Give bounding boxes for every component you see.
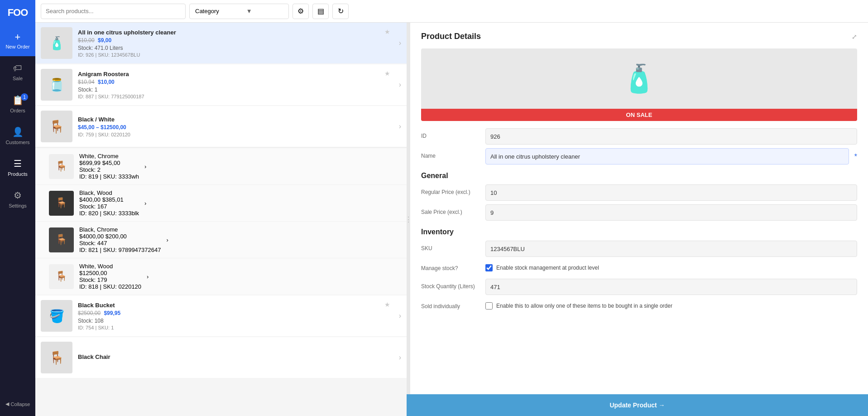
variant-prices: $400,00 $385,01 bbox=[79, 196, 139, 203]
variant-name: Black, Chrome bbox=[79, 226, 161, 233]
id-value: 926 bbox=[485, 128, 857, 145]
favorite-icon[interactable]: ★ bbox=[384, 301, 390, 308]
stock-info: Stock: 167 bbox=[79, 203, 139, 210]
product-meta: ID: 887 | SKU: 779125000187 bbox=[78, 94, 393, 99]
filter-button[interactable]: ⚙ bbox=[293, 4, 309, 19]
regular-price: $699,99 bbox=[79, 160, 101, 166]
sidebar-item-settings[interactable]: ⚙ Settings bbox=[0, 183, 35, 215]
stock-qty-value[interactable]: 471 bbox=[485, 279, 857, 295]
stock-info: Stock: 1 bbox=[78, 87, 393, 93]
regular-price: $2500,00 bbox=[78, 310, 101, 316]
variant-item-white-chrome[interactable]: 🪑 White, Chrome $699,99 $45,00 Stock: 2 … bbox=[35, 148, 407, 184]
product-detail-panel: Product Details ⤢ 🧴 ON SALE ID 926 Name … bbox=[410, 23, 868, 416]
field-row-manage-stock: Manage stock? Enable stock management at… bbox=[421, 261, 857, 275]
filter-icon: ⚙ bbox=[297, 7, 304, 15]
price-range: $45,00 – $12500,00 bbox=[78, 124, 126, 131]
product-info: All in one citrus upholstery cleaner $10… bbox=[78, 29, 393, 58]
variant-item-white-wood[interactable]: 🪑 White, Wood $12500,00 Stock: 179 ID: 8… bbox=[35, 258, 407, 295]
name-value[interactable]: All in one citrus upholstery cleaner bbox=[485, 148, 849, 164]
product-prices: $10,00 $9,00 bbox=[78, 37, 393, 44]
product-name: All in one citrus upholstery cleaner bbox=[78, 29, 393, 36]
new-order-button[interactable]: + New Order bbox=[0, 25, 35, 56]
barcode-button[interactable]: ▤ bbox=[312, 4, 329, 19]
stock-info: Stock: 179 bbox=[79, 276, 141, 283]
product-item-black-chair[interactable]: 🪑 Black Chair › bbox=[35, 337, 407, 378]
sale-price: $45,00 bbox=[102, 160, 120, 166]
variant-info: White, Chrome $699,99 $45,00 Stock: 2 ID… bbox=[79, 153, 139, 180]
sale-price: $99,95 bbox=[104, 310, 120, 316]
on-sale-badge: ON SALE bbox=[421, 109, 857, 121]
stock-info: Stock: 471.0 Liters bbox=[78, 45, 393, 51]
variant-item-black-chrome[interactable]: 🪑 Black, Chrome $4000,00 $200,00 Stock: … bbox=[35, 221, 407, 258]
variant-item-black-wood[interactable]: 🪑 Black, Wood $400,00 $385,01 Stock: 167… bbox=[35, 184, 407, 221]
chevron-right-icon: › bbox=[399, 81, 401, 89]
sidebar-item-sale[interactable]: 🏷 Sale bbox=[0, 56, 35, 88]
expand-icon[interactable]: ⤢ bbox=[852, 33, 857, 40]
collapse-label: Collapse bbox=[11, 401, 30, 407]
product-thumb: 🪑 bbox=[41, 342, 72, 373]
product-info: Black Bucket $2500,00 $99,95 Stock: 108 … bbox=[78, 302, 393, 330]
sidebar-item-products[interactable]: ☰ Products bbox=[0, 151, 35, 183]
product-thumb: 🫙 bbox=[41, 69, 72, 101]
manage-stock-checkbox-row: Enable stock management at product level bbox=[485, 261, 599, 275]
chevron-right-icon: › bbox=[399, 353, 401, 362]
collapse-button[interactable]: ◀ Collapse bbox=[2, 397, 34, 411]
regular-price: $4000,00 bbox=[79, 233, 104, 240]
sold-individually-checkbox-row: Enable this to allow only one of these i… bbox=[485, 299, 672, 313]
field-row-sku: SKU 1234567BLU bbox=[421, 241, 857, 257]
sku-value[interactable]: 1234567BLU bbox=[485, 241, 857, 257]
favorite-icon[interactable]: ★ bbox=[384, 70, 390, 77]
product-image-area: 🧴 ON SALE bbox=[421, 48, 857, 121]
variant-meta: ID: 820 | SKU: 3333blk bbox=[79, 210, 139, 217]
settings-icon: ⚙ bbox=[14, 190, 22, 201]
product-item-roostera[interactable]: 🫙 Anigram Roostera $10,94 $10,00 Stock: … bbox=[35, 64, 407, 105]
sold-individually-checkbox[interactable] bbox=[485, 302, 493, 310]
favorite-icon[interactable]: ★ bbox=[384, 28, 390, 35]
search-input[interactable] bbox=[41, 4, 186, 19]
update-product-button[interactable]: Update Product → bbox=[407, 394, 868, 416]
sale-price-value[interactable]: 9 bbox=[485, 204, 857, 221]
manage-stock-checkbox[interactable] bbox=[485, 264, 493, 271]
variant-meta: ID: 819 | SKU: 3333wh bbox=[79, 173, 139, 180]
stock-info: Stock: 2 bbox=[79, 166, 139, 173]
variant-meta: ID: 818 | SKU: 0220120 bbox=[79, 283, 141, 290]
field-row-regular-price: Regular Price (excl.) 10 bbox=[421, 184, 857, 201]
collapse-arrow-icon: ◀ bbox=[5, 401, 9, 407]
sidebar-settings-label: Settings bbox=[9, 203, 27, 208]
product-name: Black Bucket bbox=[78, 302, 393, 309]
variant-name: White, Wood bbox=[79, 263, 141, 270]
manage-stock-checkbox-label: Enable stock management at product level bbox=[496, 265, 599, 271]
name-label: Name bbox=[421, 148, 480, 159]
product-meta: ID: 926 | SKU: 1234567BLU bbox=[78, 52, 393, 58]
sidebar-item-customers[interactable]: 👤 Customers bbox=[0, 120, 35, 151]
field-row-id: ID 926 bbox=[421, 128, 857, 145]
product-info: Black Chair bbox=[78, 353, 393, 362]
variant-info: Black, Chrome $4000,00 $200,00 Stock: 44… bbox=[79, 226, 161, 253]
product-item-bucket[interactable]: 🪣 Black Bucket $2500,00 $99,95 Stock: 10… bbox=[35, 295, 407, 336]
variant-thumb: 🪑 bbox=[49, 154, 74, 179]
variant-name: White, Chrome bbox=[79, 153, 139, 160]
panel-divider[interactable] bbox=[407, 23, 410, 416]
app-logo: FOO bbox=[0, 0, 35, 25]
variant-thumb: 🪑 bbox=[49, 191, 74, 216]
product-group-blackwhite: 🪑 Black / White $45,00 – $12500,00 ID: 7… bbox=[35, 106, 407, 295]
product-item-blackwhite[interactable]: 🪑 Black / White $45,00 – $12500,00 ID: 7… bbox=[35, 106, 407, 147]
variant-info: White, Wood $12500,00 Stock: 179 ID: 818… bbox=[79, 263, 141, 290]
product-thumb: 🪑 bbox=[41, 111, 72, 142]
chevron-right-icon: › bbox=[144, 200, 146, 207]
sale-price: $9,00 bbox=[98, 37, 111, 44]
category-dropdown[interactable]: Category ▼ bbox=[189, 4, 289, 19]
sold-individually-label: Sold individually bbox=[421, 299, 480, 310]
regular-price-value[interactable]: 10 bbox=[485, 184, 857, 201]
customers-icon: 👤 bbox=[12, 126, 24, 137]
chevron-down-icon: ▼ bbox=[246, 8, 252, 15]
regular-price: $10,94 bbox=[78, 79, 95, 85]
sidebar-sale-label: Sale bbox=[13, 76, 23, 81]
variant-name: Black, Wood bbox=[79, 189, 139, 196]
refresh-button[interactable]: ↻ bbox=[332, 4, 349, 19]
product-item-cleaner[interactable]: 🧴 All in one citrus upholstery cleaner $… bbox=[35, 23, 407, 63]
refresh-icon: ↻ bbox=[338, 7, 344, 15]
id-label: ID bbox=[421, 128, 480, 139]
sidebar-item-orders[interactable]: 📋 Orders 1 bbox=[0, 88, 35, 120]
variant-thumb: 🪑 bbox=[49, 227, 74, 252]
